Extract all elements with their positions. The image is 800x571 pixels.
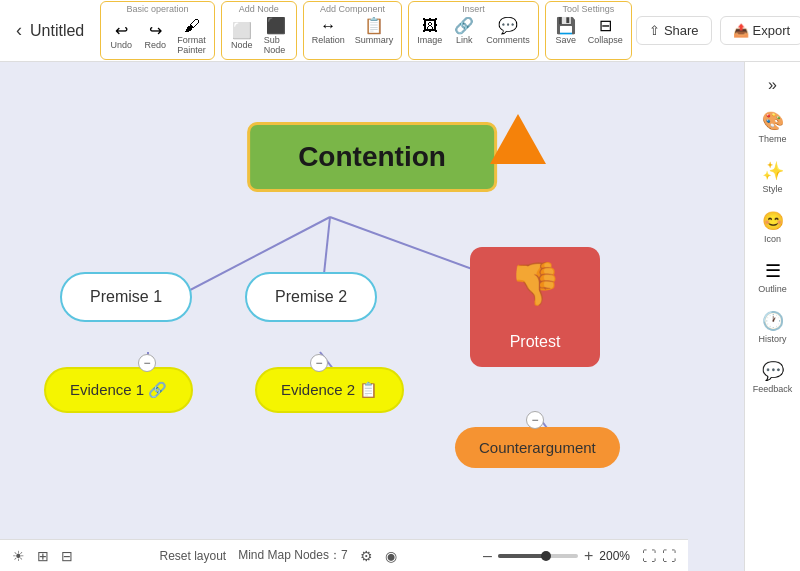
feedback-label: Feedback	[753, 384, 793, 394]
relation-label: Relation	[312, 35, 345, 45]
sidebar-item-theme[interactable]: 🎨 Theme	[749, 104, 797, 150]
node-count: Mind Map Nodes：7	[238, 547, 347, 564]
collapse-premise2-button[interactable]: −	[310, 354, 328, 372]
collapse-button[interactable]: ⊟ Collapse	[584, 16, 627, 47]
toolbar: Basic operation ↩ Undo ↪ Redo 🖌 Format P…	[100, 1, 636, 60]
comments-icon: 💬	[498, 18, 518, 34]
image-label: Image	[417, 35, 442, 45]
toolbar-items-addcomponent: ↔ Relation 📋 Summary	[308, 16, 398, 47]
relation-button[interactable]: ↔ Relation	[308, 16, 349, 47]
style-icon: ✨	[762, 160, 784, 182]
header-right: ⇧ Share 📤 Export	[636, 16, 800, 45]
undo-button[interactable]: ↩ Undo	[105, 21, 137, 52]
undo-icon: ↩	[115, 23, 128, 39]
theme-icon: 🎨	[762, 110, 784, 132]
format-painter-button[interactable]: 🖌 Format Painter	[173, 16, 210, 57]
emoji-icon: 😊	[762, 210, 784, 232]
thumbs-down-icon: 👎	[509, 259, 561, 308]
history-icon: 🕐	[762, 310, 784, 332]
comments-button[interactable]: 💬 Comments	[482, 16, 534, 47]
zoom-level: 200%	[599, 549, 630, 563]
save-icon: 💾	[556, 18, 576, 34]
settings-circle-icon[interactable]: ⚙	[360, 548, 373, 564]
toolbar-group-insert-label: Insert	[413, 4, 534, 14]
grid-icon[interactable]: ⊞	[37, 548, 49, 564]
fullscreen-icon[interactable]: ⛶	[662, 548, 676, 564]
redo-icon: ↪	[149, 23, 162, 39]
toolbar-group-basic-label: Basic operation	[105, 4, 210, 14]
share-button[interactable]: ⇧ Share	[636, 16, 712, 45]
sidebar-item-history[interactable]: 🕐 History	[749, 304, 797, 350]
summary-button[interactable]: 📋 Summary	[351, 16, 398, 47]
export-icon: 📤	[733, 23, 749, 38]
collapse-premise1-button[interactable]: −	[138, 354, 156, 372]
toolbar-group-toolsettings-label: Tool Settings	[550, 4, 627, 14]
zoom-slider[interactable]	[498, 554, 578, 558]
sidebar-item-style[interactable]: ✨ Style	[749, 154, 797, 200]
sun-icon[interactable]: ☀	[12, 548, 25, 564]
format-painter-label: Format Painter	[177, 35, 206, 55]
node-button[interactable]: ⬜ Node	[226, 21, 258, 52]
subnode-button[interactable]: ⬛ Sub Node	[260, 16, 292, 57]
collapse-protest-button[interactable]: −	[526, 411, 544, 429]
back-button[interactable]: ‹	[8, 16, 30, 45]
node-label: Node	[231, 40, 253, 50]
format-painter-icon: 🖌	[184, 18, 200, 34]
zoom-out-button[interactable]: –	[483, 547, 492, 565]
node-evidence1[interactable]: Evidence 1 🔗	[44, 367, 193, 413]
layout-icon[interactable]: ⊟	[61, 548, 73, 564]
bottom-bar: ☀ ⊞ ⊟ Reset layout Mind Map Nodes：7 ⚙ ◉ …	[0, 539, 688, 571]
relation-icon: ↔	[320, 18, 336, 34]
image-icon: 🖼	[422, 18, 438, 34]
outline-label: Outline	[758, 284, 787, 294]
redo-label: Redo	[144, 40, 166, 50]
redo-button[interactable]: ↪ Redo	[139, 21, 171, 52]
image-button[interactable]: 🖼 Image	[413, 16, 446, 47]
node-protest[interactable]: 👎 Protest	[470, 247, 600, 367]
toolbar-group-addnode: Add Node ⬜ Node ⬛ Sub Node	[221, 1, 297, 60]
sidebar-item-feedback[interactable]: 💬 Feedback	[749, 354, 797, 400]
subnode-label: Sub Node	[264, 35, 288, 55]
zoom-slider-fill	[498, 554, 546, 558]
zoom-in-button[interactable]: +	[584, 547, 593, 565]
save-button[interactable]: 💾 Save	[550, 16, 582, 47]
toolbar-group-toolsettings: Tool Settings 💾 Save ⊟ Collapse	[545, 1, 632, 60]
toolbar-items-basic: ↩ Undo ↪ Redo 🖌 Format Painter	[105, 16, 210, 57]
toolbar-group-addcomponent: Add Component ↔ Relation 📋 Summary	[303, 1, 403, 60]
main: Contention Premise 1 − Premise 2 − 👎 Pro…	[0, 62, 800, 571]
toolbar-group-addnode-label: Add Node	[226, 4, 292, 14]
collapse-label: Collapse	[588, 35, 623, 45]
toolbar-group-basic: Basic operation ↩ Undo ↪ Redo 🖌 Format P…	[100, 1, 215, 60]
toolbar-items-addnode: ⬜ Node ⬛ Sub Node	[226, 16, 292, 57]
document-title: Untitled	[30, 22, 84, 40]
zoom-controls: – + 200%	[483, 547, 630, 565]
history-label: History	[758, 334, 786, 344]
fit-screen-icon[interactable]: ⛶	[642, 548, 656, 564]
canvas[interactable]: Contention Premise 1 − Premise 2 − 👎 Pro…	[0, 62, 744, 571]
undo-label: Undo	[110, 40, 132, 50]
toolbar-group-addcomponent-label: Add Component	[308, 4, 398, 14]
feedback-icon: 💬	[762, 360, 784, 382]
subnode-icon: ⬛	[266, 18, 286, 34]
export-button[interactable]: 📤 Export	[720, 16, 800, 45]
theme-label: Theme	[758, 134, 786, 144]
sidebar-item-icon[interactable]: 😊 Icon	[749, 204, 797, 250]
link-button[interactable]: 🔗 Link	[448, 16, 480, 47]
node-contention[interactable]: Contention	[247, 122, 497, 192]
collapse-sidebar-button[interactable]: »	[762, 70, 783, 100]
summary-label: Summary	[355, 35, 394, 45]
toolbar-group-insert: Insert 🖼 Image 🔗 Link 💬 Comments	[408, 1, 539, 60]
save-label: Save	[556, 35, 577, 45]
node-premise2[interactable]: Premise 2	[245, 272, 377, 322]
node-counterargument[interactable]: Counterargument	[455, 427, 620, 468]
summary-icon: 📋	[364, 18, 384, 34]
node-evidence2[interactable]: Evidence 2 📋	[255, 367, 404, 413]
sidebar-item-outline[interactable]: ☰ Outline	[749, 254, 797, 300]
reset-layout-button[interactable]: Reset layout	[159, 549, 226, 563]
share-icon: ⇧	[649, 23, 660, 38]
share-map-icon[interactable]: ◉	[385, 548, 397, 564]
arrow-up-indicator	[490, 114, 546, 164]
zoom-slider-thumb	[541, 551, 551, 561]
node-premise1[interactable]: Premise 1	[60, 272, 192, 322]
export-label: Export	[753, 23, 791, 38]
